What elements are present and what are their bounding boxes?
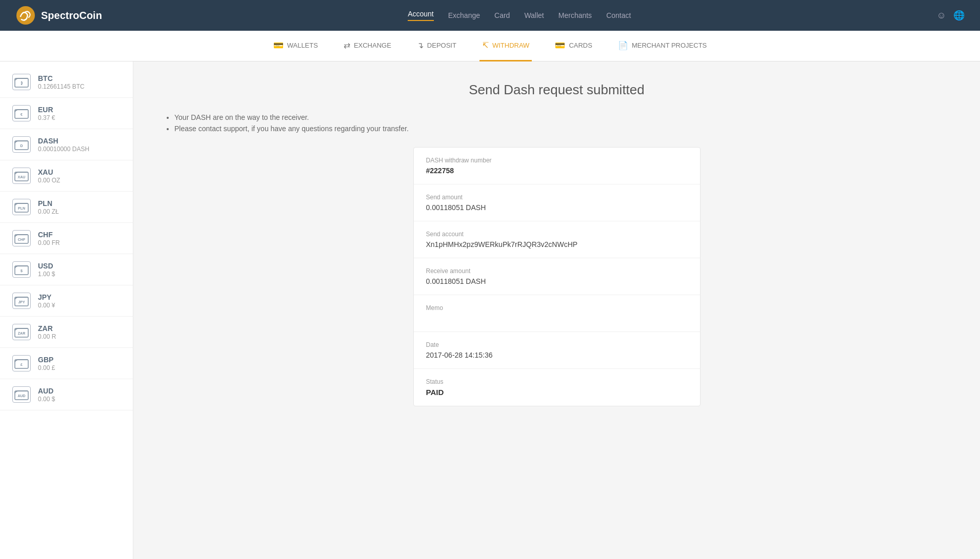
wallet-balance-aud: 0.00 $ xyxy=(38,396,55,403)
wallet-icon-jpy: JPY xyxy=(12,293,31,309)
wallet-balance-chf: 0.00 FR xyxy=(38,239,60,246)
wallet-icon-pln: PLN xyxy=(12,199,31,215)
sidebar-wallet-usd[interactable]: $ USD1.00 $ xyxy=(0,254,133,285)
status-label: Status xyxy=(426,378,688,385)
wallet-balance-btc: 0.12661145 BTC xyxy=(38,83,85,90)
date-label: Date xyxy=(426,341,688,348)
info-bullets: Your DASH are on the way to the receiver… xyxy=(174,113,949,133)
nav-card[interactable]: Card xyxy=(494,11,510,19)
exchange-icon: ⇄ xyxy=(344,40,350,50)
send-amount-value: 0.00118051 DASH xyxy=(426,203,688,212)
svg-text:₿: ₿ xyxy=(21,81,23,85)
header: SpectroCoin Account Exchange Card Wallet… xyxy=(0,0,980,31)
bullet-1: Your DASH are on the way to the receiver… xyxy=(174,113,949,121)
wallet-balance-zar: 0.00 R xyxy=(38,333,56,340)
subnav-merchant[interactable]: 📄 MERCHANT PROJECTS xyxy=(615,31,709,61)
wallet-currency-eur: EUR xyxy=(38,106,55,114)
subnav-withdraw[interactable]: ↸ WITHDRAW xyxy=(479,31,532,61)
wallet-icon-chf: CHF xyxy=(12,230,31,246)
send-account-label: Send account xyxy=(426,231,688,238)
deposit-icon: ↴ xyxy=(417,40,424,50)
wallet-currency-btc: BTC xyxy=(38,74,85,82)
user-icon[interactable]: ☺ xyxy=(937,10,946,21)
wallet-icon-dash: D xyxy=(12,136,31,153)
sidebar-wallet-eur[interactable]: € EUR0.37 € xyxy=(0,98,133,129)
wallet-currency-gbp: GBP xyxy=(38,356,55,364)
date-value: 2017-06-28 14:15:36 xyxy=(426,351,688,359)
wallet-icon-gbp: £ xyxy=(12,355,31,371)
memo-label: Memo xyxy=(426,304,688,312)
send-amount-label: Send amount xyxy=(426,194,688,201)
nav-account[interactable]: Account xyxy=(408,10,434,21)
wallet-currency-xau: XAU xyxy=(38,168,60,176)
sidebar-wallet-btc[interactable]: ₿ BTC0.12661145 BTC xyxy=(0,67,133,98)
svg-text:PLN: PLN xyxy=(18,206,25,210)
sidebar-wallet-xau[interactable]: XAU XAU0.00 OZ xyxy=(0,160,133,192)
wallet-balance-jpy: 0.00 ¥ xyxy=(38,302,55,309)
svg-text:€: € xyxy=(21,113,23,116)
bullet-2: Please contact support, if you have any … xyxy=(174,125,949,133)
receive-amount-label: Receive amount xyxy=(426,267,688,275)
sidebar-wallet-gbp[interactable]: £ GBP0.00 £ xyxy=(0,348,133,379)
info-card: DASH withdraw number #222758 Send amount… xyxy=(413,147,701,406)
withdraw-number-label: DASH withdraw number xyxy=(426,157,688,164)
receive-amount-value: 0.00118051 DASH xyxy=(426,277,688,285)
wallet-currency-jpy: JPY xyxy=(38,293,55,301)
subnav-cards[interactable]: 💳 CARDS xyxy=(552,31,595,61)
wallet-balance-dash: 0.00010000 DASH xyxy=(38,146,89,153)
nav-exchange[interactable]: Exchange xyxy=(448,11,480,19)
subnav-wallets[interactable]: 💳 WALLETS xyxy=(271,31,321,61)
svg-text:XAU: XAU xyxy=(18,175,26,179)
svg-text:D: D xyxy=(20,144,23,148)
wallet-balance-usd: 1.00 $ xyxy=(38,271,55,278)
main-layout: ₿ BTC0.12661145 BTC € EUR0.37 € D DASH0.… xyxy=(0,61,980,559)
sidebar-wallet-jpy[interactable]: JPY JPY0.00 ¥ xyxy=(0,285,133,317)
cards-icon: 💳 xyxy=(555,40,565,50)
nav-contact[interactable]: Contact xyxy=(606,11,631,19)
wallet-balance-gbp: 0.00 £ xyxy=(38,364,55,371)
withdraw-number-value: #222758 xyxy=(426,167,688,175)
wallet-balance-pln: 0.00 ZŁ xyxy=(38,208,59,215)
wallet-icon-usd: $ xyxy=(12,261,31,278)
sidebar-wallet-chf[interactable]: CHF CHF0.00 FR xyxy=(0,223,133,254)
status-row: Status PAID xyxy=(414,369,700,406)
withdraw-number-row: DASH withdraw number #222758 xyxy=(414,148,700,184)
status-value: PAID xyxy=(426,388,688,397)
date-row: Date 2017-06-28 14:15:36 xyxy=(414,332,700,369)
wallet-balance-eur: 0.37 € xyxy=(38,114,55,121)
svg-text:ZAR: ZAR xyxy=(18,332,25,335)
wallet-icon-xau: XAU xyxy=(12,168,31,184)
wallet-icon-eur: € xyxy=(12,105,31,121)
wallet-currency-dash: DASH xyxy=(38,137,89,145)
send-account-value: Xn1pHMHx2pz9WERkuPk7rRJQR3v2cNWcHP xyxy=(426,240,688,249)
receive-amount-row: Receive amount 0.00118051 DASH xyxy=(414,258,700,295)
globe-icon[interactable]: 🌐 xyxy=(953,10,965,21)
svg-text:£: £ xyxy=(21,363,23,366)
svg-text:$: $ xyxy=(21,269,23,273)
brand-name: SpectroCoin xyxy=(41,10,102,22)
wallet-balance-xau: 0.00 OZ xyxy=(38,177,60,184)
subnav-exchange[interactable]: ⇄ EXCHANGE xyxy=(341,31,394,61)
wallet-currency-aud: AUD xyxy=(38,387,55,395)
sidebar-wallet-pln[interactable]: PLN PLN0.00 ZŁ xyxy=(0,192,133,223)
subnav-deposit[interactable]: ↴ DEPOSIT xyxy=(414,31,459,61)
sidebar-wallet-aud[interactable]: AUD AUD0.00 $ xyxy=(0,379,133,410)
merchant-icon: 📄 xyxy=(618,40,628,50)
header-nav: Account Exchange Card Wallet Merchants C… xyxy=(408,10,631,21)
page-title: Send Dash request submitted xyxy=(164,82,949,98)
wallet-icon-btc: ₿ xyxy=(12,74,31,90)
sidebar-wallet-dash[interactable]: D DASH0.00010000 DASH xyxy=(0,129,133,160)
nav-merchants[interactable]: Merchants xyxy=(558,11,592,19)
withdraw-icon: ↸ xyxy=(482,40,489,50)
memo-value xyxy=(426,314,688,322)
svg-text:JPY: JPY xyxy=(18,300,25,304)
svg-text:CHF: CHF xyxy=(18,238,26,241)
nav-wallet[interactable]: Wallet xyxy=(524,11,544,19)
wallet-currency-zar: ZAR xyxy=(38,324,56,333)
wallet-currency-usd: USD xyxy=(38,262,55,270)
sidebar-wallet-zar[interactable]: ZAR ZAR0.00 R xyxy=(0,317,133,348)
wallets-icon: 💳 xyxy=(273,40,284,50)
svg-point-0 xyxy=(16,6,35,25)
sidebar: ₿ BTC0.12661145 BTC € EUR0.37 € D DASH0.… xyxy=(0,61,133,559)
svg-text:AUD: AUD xyxy=(17,394,25,398)
